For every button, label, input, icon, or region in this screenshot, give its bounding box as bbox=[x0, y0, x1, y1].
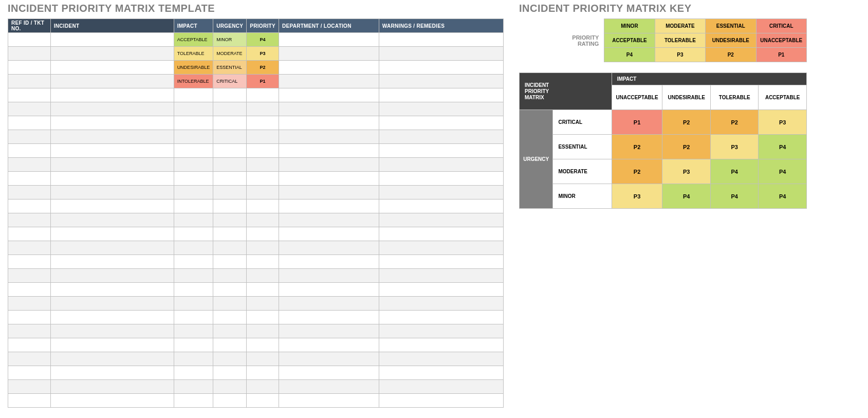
cell[interactable] bbox=[213, 102, 247, 116]
cell[interactable] bbox=[8, 186, 51, 199]
cell[interactable] bbox=[279, 213, 379, 227]
cell[interactable] bbox=[213, 394, 247, 408]
cell[interactable] bbox=[213, 366, 247, 380]
cell[interactable] bbox=[213, 213, 247, 227]
cell[interactable] bbox=[174, 255, 213, 269]
cell[interactable] bbox=[174, 144, 213, 158]
cell[interactable] bbox=[247, 227, 279, 241]
cell[interactable] bbox=[50, 116, 174, 130]
cell[interactable] bbox=[50, 75, 174, 88]
cell[interactable] bbox=[379, 394, 503, 408]
cell[interactable] bbox=[247, 102, 279, 116]
cell[interactable] bbox=[379, 283, 503, 297]
cell[interactable] bbox=[279, 130, 379, 144]
table-row[interactable] bbox=[8, 213, 504, 227]
table-row[interactable] bbox=[8, 283, 504, 297]
cell[interactable] bbox=[247, 172, 279, 186]
cell[interactable] bbox=[247, 144, 279, 158]
cell[interactable] bbox=[247, 116, 279, 130]
table-row[interactable] bbox=[8, 255, 504, 269]
cell[interactable] bbox=[8, 366, 51, 380]
cell[interactable] bbox=[247, 394, 279, 408]
cell[interactable]: TOLERABLE bbox=[174, 47, 213, 61]
cell[interactable] bbox=[50, 144, 174, 158]
cell[interactable] bbox=[8, 311, 51, 324]
cell[interactable] bbox=[379, 255, 503, 269]
table-row[interactable]: UNDESIRABLEESSENTIALP2 bbox=[8, 61, 504, 75]
table-row[interactable] bbox=[8, 227, 504, 241]
cell[interactable]: MINOR bbox=[213, 33, 247, 47]
cell[interactable] bbox=[50, 283, 174, 297]
cell[interactable] bbox=[247, 213, 279, 227]
cell[interactable] bbox=[8, 144, 51, 158]
cell[interactable] bbox=[174, 172, 213, 186]
cell[interactable] bbox=[213, 241, 247, 255]
cell[interactable] bbox=[279, 255, 379, 269]
cell[interactable] bbox=[279, 297, 379, 311]
cell[interactable] bbox=[279, 366, 379, 380]
cell[interactable] bbox=[8, 158, 51, 172]
cell[interactable] bbox=[247, 324, 279, 338]
cell[interactable] bbox=[8, 61, 51, 75]
cell[interactable] bbox=[50, 352, 174, 366]
cell[interactable] bbox=[8, 394, 51, 408]
cell[interactable] bbox=[213, 227, 247, 241]
cell[interactable] bbox=[174, 102, 213, 116]
cell[interactable] bbox=[50, 380, 174, 394]
cell[interactable] bbox=[213, 297, 247, 311]
cell[interactable] bbox=[379, 158, 503, 172]
table-row[interactable] bbox=[8, 88, 504, 102]
cell[interactable] bbox=[279, 47, 379, 61]
table-row[interactable] bbox=[8, 130, 504, 144]
cell[interactable] bbox=[213, 130, 247, 144]
cell[interactable] bbox=[379, 241, 503, 255]
cell[interactable] bbox=[279, 199, 379, 213]
cell[interactable] bbox=[174, 394, 213, 408]
table-row[interactable] bbox=[8, 269, 504, 283]
cell[interactable] bbox=[8, 130, 51, 144]
cell[interactable] bbox=[174, 269, 213, 283]
table-row[interactable] bbox=[8, 297, 504, 311]
cell[interactable] bbox=[379, 61, 503, 75]
cell[interactable] bbox=[213, 324, 247, 338]
table-row[interactable] bbox=[8, 186, 504, 199]
cell[interactable]: INTOLERABLE bbox=[174, 75, 213, 88]
cell[interactable] bbox=[279, 75, 379, 88]
cell[interactable] bbox=[50, 33, 174, 47]
cell[interactable] bbox=[379, 144, 503, 158]
cell[interactable] bbox=[247, 380, 279, 394]
cell[interactable] bbox=[50, 102, 174, 116]
cell[interactable]: MODERATE bbox=[213, 47, 247, 61]
table-row[interactable] bbox=[8, 380, 504, 394]
cell[interactable] bbox=[50, 172, 174, 186]
cell[interactable] bbox=[379, 88, 503, 102]
cell[interactable] bbox=[247, 88, 279, 102]
cell[interactable] bbox=[379, 352, 503, 366]
cell[interactable] bbox=[174, 116, 213, 130]
table-row[interactable] bbox=[8, 324, 504, 338]
cell[interactable]: ESSENTIAL bbox=[213, 61, 247, 75]
cell[interactable] bbox=[379, 269, 503, 283]
cell[interactable] bbox=[174, 338, 213, 352]
cell[interactable] bbox=[279, 172, 379, 186]
cell[interactable] bbox=[247, 158, 279, 172]
cell[interactable]: P3 bbox=[247, 47, 279, 61]
cell[interactable] bbox=[50, 338, 174, 352]
cell[interactable] bbox=[279, 352, 379, 366]
cell[interactable] bbox=[247, 255, 279, 269]
cell[interactable]: CRITICAL bbox=[213, 75, 247, 88]
cell[interactable] bbox=[279, 88, 379, 102]
table-row[interactable] bbox=[8, 366, 504, 380]
cell[interactable] bbox=[279, 380, 379, 394]
cell[interactable] bbox=[174, 227, 213, 241]
cell[interactable] bbox=[174, 366, 213, 380]
table-row[interactable]: ACCEPTABLEMINORP4 bbox=[8, 33, 504, 47]
cell[interactable] bbox=[8, 283, 51, 297]
cell[interactable] bbox=[213, 311, 247, 324]
cell[interactable] bbox=[279, 102, 379, 116]
cell[interactable] bbox=[279, 33, 379, 47]
cell[interactable] bbox=[8, 338, 51, 352]
cell[interactable] bbox=[379, 33, 503, 47]
cell[interactable] bbox=[279, 227, 379, 241]
cell[interactable] bbox=[247, 199, 279, 213]
